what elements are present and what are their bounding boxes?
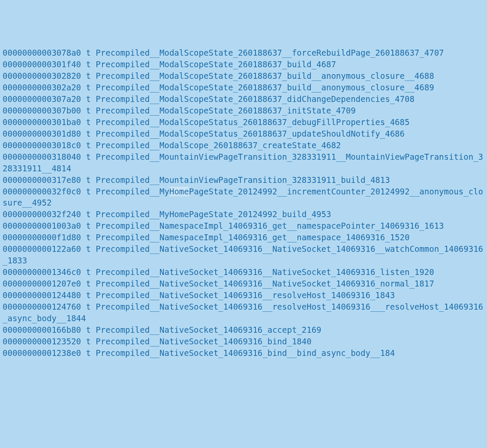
symbol-line[interactable]: 00000000001207e0 t Precompiled__NativeSo… <box>3 279 434 288</box>
symbol-line[interactable]: 0000000000301f40 t Precompiled__ModalSco… <box>3 60 336 69</box>
symbol-line[interactable]: 00000000003018c0 t Precompiled__ModalSco… <box>3 140 341 150</box>
symbol-line[interactable]: 00000000000f1d80 t Precompiled__Namespac… <box>3 233 409 242</box>
symbol-line[interactable]: 0000000000124480 t Precompiled__NativeSo… <box>3 290 395 300</box>
symbol-line[interactable]: 000000000032f0c0 t Precompiled__MyHomePa… <box>3 187 483 208</box>
search-highlight: Home <box>169 187 189 196</box>
symbol-line[interactable]: 0000000000122a60 t Precompiled__NativeSo… <box>3 244 483 265</box>
symbol-line[interactable]: 000000000032f240 t Precompiled__MyHomePa… <box>3 209 331 219</box>
symbol-line[interactable]: 0000000000302820 t Precompiled__ModalSco… <box>3 71 434 81</box>
symbol-line[interactable]: 0000000000124760 t Precompiled__NativeSo… <box>3 302 483 323</box>
symbol-line[interactable]: 0000000000307a20 t Precompiled__ModalSco… <box>3 94 415 104</box>
symbol-line[interactable]: 0000000000123520 t Precompiled__NativeSo… <box>3 337 312 346</box>
symbol-line[interactable]: 0000000000166b80 t Precompiled__NativeSo… <box>3 325 322 335</box>
symbol-line[interactable]: 0000000000301ba0 t Precompiled__ModalSco… <box>3 117 409 127</box>
symbol-line[interactable]: 0000000000301d80 t Precompiled__ModalSco… <box>3 129 405 138</box>
symbol-line[interactable]: 00000000001238e0 t Precompiled__NativeSo… <box>3 348 395 358</box>
symbol-line[interactable]: 00000000001346c0 t Precompiled__NativeSo… <box>3 267 434 277</box>
symbol-line[interactable]: 0000000000318040 t Precompiled__Mountain… <box>3 152 483 173</box>
symbol-line[interactable]: 00000000001003a0 t Precompiled__Namespac… <box>3 221 444 230</box>
symbol-line[interactable]: 0000000000317e80 t Precompiled__Mountain… <box>3 175 390 185</box>
symbol-line[interactable]: 0000000000307b00 t Precompiled__ModalSco… <box>3 106 356 115</box>
terminal-output[interactable]: 00000000003078a0 t Precompiled__ModalSco… <box>3 47 484 359</box>
symbol-line[interactable]: 00000000003078a0 t Precompiled__ModalSco… <box>3 48 444 57</box>
symbol-line[interactable]: 0000000000302a20 t Precompiled__ModalSco… <box>3 83 434 92</box>
